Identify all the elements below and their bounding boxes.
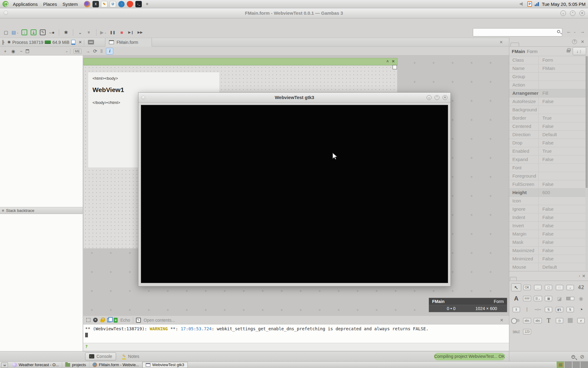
document-tab-fmain[interactable]: FMain.form (105, 38, 152, 47)
task-gambas-ide[interactable]: FMain.form - Webvie... (89, 362, 142, 368)
delete-watches-button[interactable] (26, 49, 29, 53)
property-row[interactable]: Action (509, 81, 588, 89)
text-editor-launcher[interactable]: ✎ (101, 1, 107, 7)
open-project-button[interactable]: ▤ (11, 28, 19, 36)
stack-backtrace-header[interactable]: ≡ Stack backtrace (0, 207, 83, 214)
watch-button[interactable]: ◉ (10, 49, 17, 54)
workspace-cell[interactable] (580, 362, 588, 368)
maskbox-tool[interactable]: ### (522, 294, 532, 302)
property-value[interactable]: Fill (539, 89, 588, 97)
task-weather[interactable]: Weather forecast - O... (9, 362, 62, 368)
compile-button[interactable]: ✱ (62, 28, 70, 36)
designed-form-titlebar[interactable]: ˄ ✕ (83, 58, 398, 65)
form-shade-icon[interactable]: ˄ (386, 59, 389, 63)
search-input[interactable] (473, 28, 562, 36)
tab-properties[interactable] (511, 43, 519, 46)
ide-titlebar[interactable]: FMain.form - WebviewTest 0.0.1 — Gambas … (0, 8, 588, 18)
save-button[interactable]: ↓ (20, 28, 28, 36)
forward-button[interactable]: ▶▶ (136, 28, 144, 36)
property-value[interactable]: False (539, 247, 588, 255)
terminal-launcher[interactable]: ›_ (135, 1, 142, 7)
firefox-launcher[interactable] (84, 1, 90, 7)
property-value[interactable]: Default (539, 263, 588, 271)
show-desktop-button[interactable]: ⬓ (1, 362, 8, 368)
property-value[interactable]: False (539, 213, 588, 221)
property-row[interactable]: Direction Default (509, 131, 588, 139)
property-value[interactable]: False (539, 98, 588, 105)
property-value[interactable]: False (539, 255, 588, 263)
toolbox-tab-view[interactable] (517, 278, 523, 281)
commit-button[interactable]: ‒● (48, 28, 56, 36)
workspace-cell[interactable] (556, 362, 564, 368)
clear-console-icon[interactable]: ✕ (93, 318, 98, 322)
form-close-icon[interactable]: ✕ (392, 59, 395, 63)
panel-tool[interactable] (565, 316, 575, 324)
slider-tool[interactable]: –○– (533, 305, 543, 313)
property-row[interactable]: AutoResize False (509, 98, 588, 106)
console-close-icon[interactable]: ✕ (500, 318, 503, 323)
back-button[interactable]: ← (567, 29, 571, 34)
gambas-launcher[interactable]: Ʋ (110, 1, 116, 7)
property-value[interactable]: False (539, 230, 588, 238)
property-value[interactable] (539, 172, 588, 180)
picturebox-tool[interactable]: ▦ (544, 294, 554, 302)
property-value[interactable]: True (539, 114, 588, 122)
tab-hierarchy[interactable] (519, 43, 527, 46)
screwdriver-launcher[interactable]: ⌖ (144, 1, 150, 7)
expand-console-icon[interactable] (86, 318, 90, 322)
console-prompt[interactable]: ? (83, 343, 509, 351)
task-projects[interactable]: projects (62, 362, 89, 368)
pointer-tool[interactable]: ↖ (511, 283, 521, 291)
property-value[interactable]: FMain (539, 64, 588, 72)
zoom-in-icon[interactable] (571, 355, 575, 359)
brave-launcher[interactable] (127, 1, 133, 7)
clock[interactable]: Tue May 20, 5:05 PM (542, 2, 586, 7)
edit-button[interactable]: ✎ (39, 28, 47, 36)
info-toggle-icon[interactable]: i (106, 48, 113, 55)
toolbox-tab-chooser[interactable] (523, 278, 529, 281)
help-icon[interactable]: ? (572, 39, 577, 44)
menu-item[interactable] (15, 22, 22, 24)
property-row[interactable]: Minimized False (509, 255, 588, 263)
copy-console-icon[interactable] (107, 318, 111, 322)
label-tool[interactable]: A (511, 294, 521, 302)
property-row[interactable]: Font (509, 164, 588, 172)
block-icon[interactable]: ⊘ (580, 354, 584, 360)
menubutton-tool[interactable]: ☰⌄ (533, 294, 543, 302)
property-row[interactable]: Background (509, 106, 588, 114)
step-button[interactable]: ▶❙ (127, 28, 135, 36)
stack-backtrace-pane[interactable] (0, 214, 83, 351)
back-history-dropdown[interactable]: ⌄ (574, 30, 576, 33)
combobox-tool[interactable]: ⌄ (565, 283, 575, 291)
menu-item[interactable] (42, 22, 49, 24)
save-all-button[interactable]: ⤓ (29, 28, 38, 36)
image-tool[interactable]: ◪ (554, 294, 564, 302)
property-row[interactable]: Arrangement Fill (509, 89, 588, 98)
grid-icon[interactable]: ⣿ (100, 49, 103, 53)
applications-menu[interactable]: Applications (12, 1, 39, 7)
property-row[interactable]: Foreground (509, 172, 588, 180)
tab-notes[interactable]: ✎ Notes (119, 352, 143, 360)
lcdnumber-tool[interactable]: 42 (576, 283, 586, 291)
add-watch-button[interactable]: + (2, 49, 9, 54)
property-value[interactable]: False (539, 238, 588, 246)
property-row[interactable]: Indent False (509, 213, 588, 222)
separator-tool[interactable]: │ (522, 305, 532, 313)
property-row[interactable]: Height 600 (509, 189, 588, 197)
toolbox-tab-form[interactable] (510, 277, 517, 281)
property-value[interactable]: Form (539, 56, 588, 64)
tab-bar-close-icon[interactable]: ✕ (499, 40, 503, 44)
scrollbar-tool[interactable]: ⇕ (511, 305, 521, 313)
property-row[interactable]: Class Form (509, 56, 588, 64)
property-value[interactable] (539, 197, 588, 205)
gambas-button-tool[interactable]: ℯ (576, 316, 586, 324)
textarea-tool[interactable]: abc (522, 316, 532, 324)
menu-item[interactable] (29, 22, 36, 24)
open-contents-label[interactable]: Open contents... (144, 318, 175, 323)
property-value[interactable] (539, 81, 588, 89)
watch-dropdown-icon[interactable]: ⌄ (65, 49, 68, 53)
run-close-button[interactable]: ✕ (443, 95, 447, 100)
form-resize-handle[interactable] (393, 65, 397, 69)
run-shade-button[interactable]: ⌄ (427, 95, 432, 100)
property-row[interactable]: Mask False (509, 238, 588, 247)
